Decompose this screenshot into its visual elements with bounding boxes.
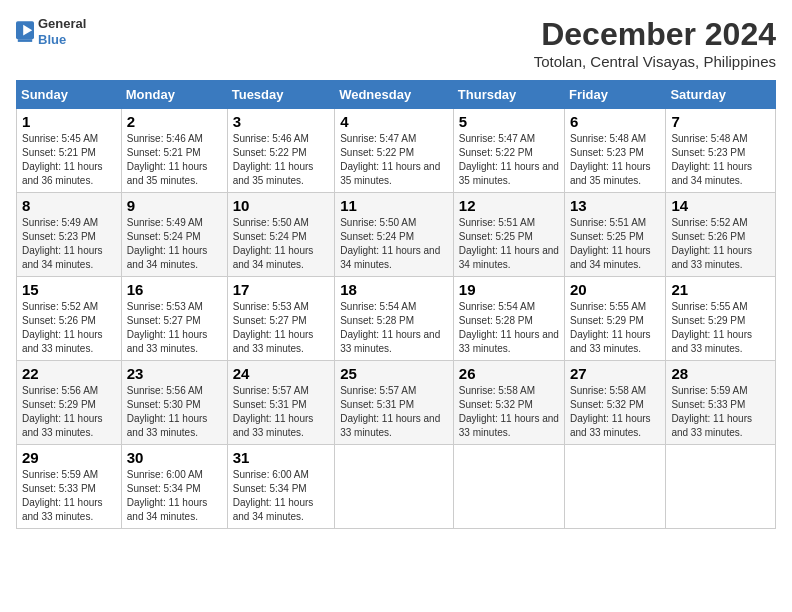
day-cell: 20Sunrise: 5:55 AMSunset: 5:29 PMDayligh…: [564, 277, 665, 361]
day-number: 10: [233, 197, 329, 214]
day-cell: 1Sunrise: 5:45 AMSunset: 5:21 PMDaylight…: [17, 109, 122, 193]
header-cell: Wednesday: [335, 81, 454, 109]
day-number: 12: [459, 197, 559, 214]
week-row: 29Sunrise: 5:59 AMSunset: 5:33 PMDayligh…: [17, 445, 776, 529]
day-cell: [335, 445, 454, 529]
week-row: 8Sunrise: 5:49 AMSunset: 5:23 PMDaylight…: [17, 193, 776, 277]
day-info: Sunrise: 5:59 AMSunset: 5:33 PMDaylight:…: [22, 469, 103, 522]
day-number: 21: [671, 281, 770, 298]
day-number: 20: [570, 281, 660, 298]
day-cell: 19Sunrise: 5:54 AMSunset: 5:28 PMDayligh…: [453, 277, 564, 361]
day-info: Sunrise: 5:48 AMSunset: 5:23 PMDaylight:…: [671, 133, 752, 186]
day-number: 2: [127, 113, 222, 130]
week-row: 1Sunrise: 5:45 AMSunset: 5:21 PMDaylight…: [17, 109, 776, 193]
day-info: Sunrise: 5:54 AMSunset: 5:28 PMDaylight:…: [340, 301, 440, 354]
day-cell: 3Sunrise: 5:46 AMSunset: 5:22 PMDaylight…: [227, 109, 334, 193]
day-number: 18: [340, 281, 448, 298]
day-info: Sunrise: 5:56 AMSunset: 5:29 PMDaylight:…: [22, 385, 103, 438]
day-number: 25: [340, 365, 448, 382]
day-number: 1: [22, 113, 116, 130]
day-number: 31: [233, 449, 329, 466]
day-cell: 13Sunrise: 5:51 AMSunset: 5:25 PMDayligh…: [564, 193, 665, 277]
day-cell: 21Sunrise: 5:55 AMSunset: 5:29 PMDayligh…: [666, 277, 776, 361]
day-cell: 6Sunrise: 5:48 AMSunset: 5:23 PMDaylight…: [564, 109, 665, 193]
calendar-table: SundayMondayTuesdayWednesdayThursdayFrid…: [16, 80, 776, 529]
logo-text: General Blue: [38, 16, 86, 47]
day-info: Sunrise: 5:50 AMSunset: 5:24 PMDaylight:…: [340, 217, 440, 270]
day-number: 4: [340, 113, 448, 130]
day-cell: 27Sunrise: 5:58 AMSunset: 5:32 PMDayligh…: [564, 361, 665, 445]
main-title: December 2024: [534, 16, 776, 53]
day-cell: 25Sunrise: 5:57 AMSunset: 5:31 PMDayligh…: [335, 361, 454, 445]
day-number: 28: [671, 365, 770, 382]
day-cell: 7Sunrise: 5:48 AMSunset: 5:23 PMDaylight…: [666, 109, 776, 193]
day-info: Sunrise: 5:57 AMSunset: 5:31 PMDaylight:…: [340, 385, 440, 438]
day-info: Sunrise: 5:50 AMSunset: 5:24 PMDaylight:…: [233, 217, 314, 270]
day-info: Sunrise: 5:56 AMSunset: 5:30 PMDaylight:…: [127, 385, 208, 438]
day-info: Sunrise: 5:46 AMSunset: 5:22 PMDaylight:…: [233, 133, 314, 186]
day-cell: 14Sunrise: 5:52 AMSunset: 5:26 PMDayligh…: [666, 193, 776, 277]
header-cell: Saturday: [666, 81, 776, 109]
day-cell: 11Sunrise: 5:50 AMSunset: 5:24 PMDayligh…: [335, 193, 454, 277]
day-cell: [564, 445, 665, 529]
day-cell: 31Sunrise: 6:00 AMSunset: 5:34 PMDayligh…: [227, 445, 334, 529]
day-number: 14: [671, 197, 770, 214]
day-cell: 28Sunrise: 5:59 AMSunset: 5:33 PMDayligh…: [666, 361, 776, 445]
logo-line2: Blue: [38, 32, 86, 48]
day-number: 29: [22, 449, 116, 466]
day-info: Sunrise: 5:48 AMSunset: 5:23 PMDaylight:…: [570, 133, 651, 186]
day-number: 17: [233, 281, 329, 298]
day-info: Sunrise: 5:57 AMSunset: 5:31 PMDaylight:…: [233, 385, 314, 438]
header-cell: Monday: [121, 81, 227, 109]
header-row: SundayMondayTuesdayWednesdayThursdayFrid…: [17, 81, 776, 109]
day-info: Sunrise: 5:53 AMSunset: 5:27 PMDaylight:…: [233, 301, 314, 354]
day-info: Sunrise: 5:59 AMSunset: 5:33 PMDaylight:…: [671, 385, 752, 438]
day-cell: 16Sunrise: 5:53 AMSunset: 5:27 PMDayligh…: [121, 277, 227, 361]
day-cell: 24Sunrise: 5:57 AMSunset: 5:31 PMDayligh…: [227, 361, 334, 445]
day-cell: 2Sunrise: 5:46 AMSunset: 5:21 PMDaylight…: [121, 109, 227, 193]
logo-icon: [16, 21, 34, 43]
day-number: 15: [22, 281, 116, 298]
day-number: 5: [459, 113, 559, 130]
title-block: December 2024 Totolan, Central Visayas, …: [534, 16, 776, 70]
day-cell: 30Sunrise: 6:00 AMSunset: 5:34 PMDayligh…: [121, 445, 227, 529]
day-number: 26: [459, 365, 559, 382]
day-info: Sunrise: 5:51 AMSunset: 5:25 PMDaylight:…: [459, 217, 559, 270]
day-number: 7: [671, 113, 770, 130]
day-cell: 9Sunrise: 5:49 AMSunset: 5:24 PMDaylight…: [121, 193, 227, 277]
day-number: 13: [570, 197, 660, 214]
day-info: Sunrise: 5:58 AMSunset: 5:32 PMDaylight:…: [570, 385, 651, 438]
day-cell: 18Sunrise: 5:54 AMSunset: 5:28 PMDayligh…: [335, 277, 454, 361]
day-cell: 8Sunrise: 5:49 AMSunset: 5:23 PMDaylight…: [17, 193, 122, 277]
day-info: Sunrise: 5:47 AMSunset: 5:22 PMDaylight:…: [459, 133, 559, 186]
week-row: 15Sunrise: 5:52 AMSunset: 5:26 PMDayligh…: [17, 277, 776, 361]
day-info: Sunrise: 5:55 AMSunset: 5:29 PMDaylight:…: [671, 301, 752, 354]
day-info: Sunrise: 5:47 AMSunset: 5:22 PMDaylight:…: [340, 133, 440, 186]
logo: General Blue: [16, 16, 86, 47]
day-number: 24: [233, 365, 329, 382]
header-cell: Thursday: [453, 81, 564, 109]
day-info: Sunrise: 5:53 AMSunset: 5:27 PMDaylight:…: [127, 301, 208, 354]
header-cell: Sunday: [17, 81, 122, 109]
day-cell: 4Sunrise: 5:47 AMSunset: 5:22 PMDaylight…: [335, 109, 454, 193]
day-number: 6: [570, 113, 660, 130]
day-number: 3: [233, 113, 329, 130]
day-info: Sunrise: 5:45 AMSunset: 5:21 PMDaylight:…: [22, 133, 103, 186]
day-number: 23: [127, 365, 222, 382]
header-cell: Friday: [564, 81, 665, 109]
svg-rect-2: [18, 39, 32, 42]
day-info: Sunrise: 5:49 AMSunset: 5:24 PMDaylight:…: [127, 217, 208, 270]
day-cell: 12Sunrise: 5:51 AMSunset: 5:25 PMDayligh…: [453, 193, 564, 277]
day-cell: 22Sunrise: 5:56 AMSunset: 5:29 PMDayligh…: [17, 361, 122, 445]
logo-line1: General: [38, 16, 86, 32]
day-info: Sunrise: 5:54 AMSunset: 5:28 PMDaylight:…: [459, 301, 559, 354]
day-cell: 17Sunrise: 5:53 AMSunset: 5:27 PMDayligh…: [227, 277, 334, 361]
day-number: 22: [22, 365, 116, 382]
day-info: Sunrise: 6:00 AMSunset: 5:34 PMDaylight:…: [127, 469, 208, 522]
day-number: 16: [127, 281, 222, 298]
day-info: Sunrise: 5:46 AMSunset: 5:21 PMDaylight:…: [127, 133, 208, 186]
day-cell: 29Sunrise: 5:59 AMSunset: 5:33 PMDayligh…: [17, 445, 122, 529]
day-cell: [453, 445, 564, 529]
day-number: 30: [127, 449, 222, 466]
day-info: Sunrise: 5:52 AMSunset: 5:26 PMDaylight:…: [671, 217, 752, 270]
